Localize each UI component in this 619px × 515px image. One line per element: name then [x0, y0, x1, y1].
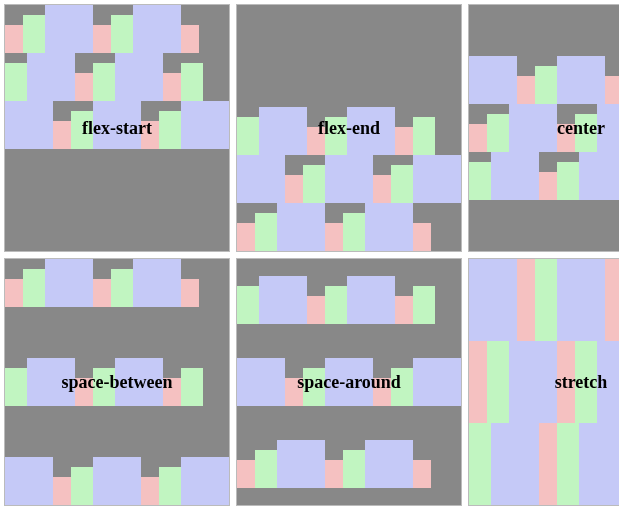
flex-item [469, 423, 491, 505]
flex-item [509, 341, 557, 423]
flex-line [5, 358, 229, 406]
flex-item [413, 460, 431, 488]
flex-item [23, 269, 45, 307]
flex-item [237, 286, 259, 324]
flex-line [469, 341, 619, 423]
flex-item [413, 223, 431, 251]
flex-item [539, 423, 557, 505]
flex-item [491, 152, 539, 200]
flex-item [53, 477, 71, 505]
flex-item [325, 223, 343, 251]
flex-item [557, 162, 579, 200]
flex-item [307, 127, 325, 155]
flex-item [93, 279, 111, 307]
flex-item [181, 368, 203, 406]
flex-line [5, 101, 229, 149]
flex-item [557, 341, 575, 423]
flex-item [163, 378, 181, 406]
flex-item [413, 358, 461, 406]
flex-item [535, 66, 557, 104]
flex-item [395, 127, 413, 155]
flex-line [469, 423, 619, 505]
flex-item [277, 203, 325, 251]
flex-item [5, 25, 23, 53]
flex-line [237, 440, 461, 488]
flex-line [5, 53, 229, 101]
flex-item [347, 107, 395, 155]
flex-item [53, 121, 71, 149]
flex-item [277, 440, 325, 488]
flex-item [539, 172, 557, 200]
flex-item [373, 175, 391, 203]
flex-line [237, 203, 461, 251]
flex-line [469, 56, 619, 104]
flex-line [237, 107, 461, 155]
flex-line [237, 155, 461, 203]
panel-flex-end: flex-end [236, 4, 462, 252]
flex-item [93, 457, 141, 505]
flex-item [325, 155, 373, 203]
flex-item [237, 460, 255, 488]
flex-item [259, 107, 307, 155]
flex-item [93, 368, 115, 406]
flex-item [509, 104, 557, 152]
flex-item [237, 117, 259, 155]
flex-item [255, 450, 277, 488]
flex-item [517, 259, 535, 341]
flex-item [365, 203, 413, 251]
flex-item [303, 165, 325, 203]
flex-item [395, 296, 413, 324]
flex-item [45, 5, 93, 53]
flex-item [605, 259, 619, 341]
flex-item [259, 276, 307, 324]
flex-line [469, 152, 619, 200]
flex-item [557, 124, 575, 152]
flex-item [181, 25, 199, 53]
flex-item [325, 117, 347, 155]
flex-item [491, 423, 539, 505]
flex-item [597, 341, 619, 423]
flex-item [5, 101, 53, 149]
flex-item [141, 477, 159, 505]
flex-item [579, 152, 619, 200]
flex-item [575, 114, 597, 152]
flex-item [557, 56, 605, 104]
flex-item [115, 358, 163, 406]
flex-item [413, 286, 435, 324]
flex-item [285, 378, 303, 406]
flex-item [469, 162, 491, 200]
flex-item [111, 269, 133, 307]
flex-item [517, 76, 535, 104]
flex-line [469, 104, 619, 152]
flex-item [413, 117, 435, 155]
flex-item [45, 259, 93, 307]
flex-item [469, 259, 517, 341]
flex-item [487, 341, 509, 423]
flex-item [487, 114, 509, 152]
flex-item [285, 175, 303, 203]
flex-item [115, 53, 163, 101]
flex-item [343, 213, 365, 251]
flex-item [391, 165, 413, 203]
panel-stretch: stretch [468, 258, 619, 506]
flex-item [575, 341, 597, 423]
flex-item [5, 457, 53, 505]
flex-item [365, 440, 413, 488]
flex-item [325, 460, 343, 488]
flex-item [181, 457, 229, 505]
flex-line [469, 259, 619, 341]
flex-item [163, 73, 181, 101]
flex-item [343, 450, 365, 488]
flex-item [27, 53, 75, 101]
flex-item [181, 279, 199, 307]
flex-item [5, 279, 23, 307]
flex-item [5, 368, 27, 406]
align-content-diagram: flex-startflex-endcenterspace-betweenspa… [4, 4, 619, 506]
flex-item [5, 63, 27, 101]
flex-item [597, 104, 619, 152]
flex-item [75, 378, 93, 406]
flex-item [347, 276, 395, 324]
flex-item [93, 63, 115, 101]
flex-item [75, 73, 93, 101]
flex-item [413, 155, 461, 203]
